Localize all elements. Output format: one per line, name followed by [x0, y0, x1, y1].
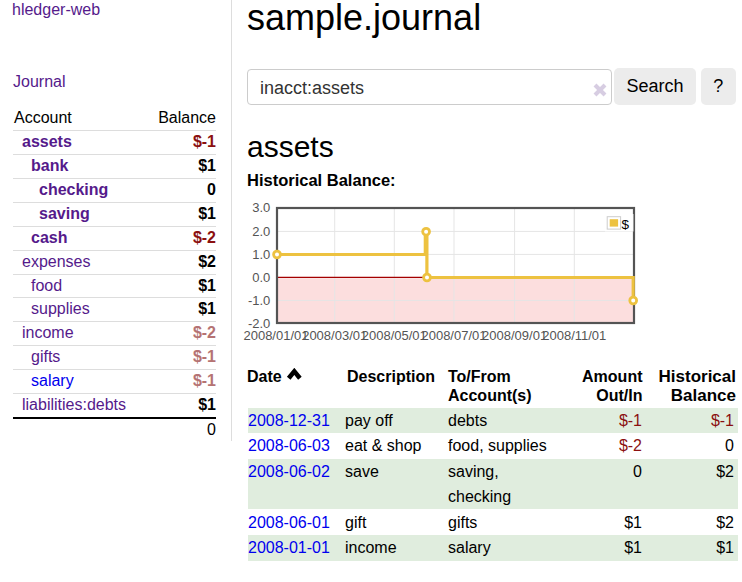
svg-text:2008/03/01: 2008/03/01 — [302, 328, 367, 343]
svg-text:2.0: 2.0 — [252, 224, 270, 239]
svg-text:3.0: 3.0 — [252, 200, 270, 215]
svg-text:-1.0: -1.0 — [248, 293, 270, 308]
svg-text:0.0: 0.0 — [252, 270, 270, 285]
svg-text:2008/11/01: 2008/11/01 — [542, 328, 606, 343]
svg-text:2008/09/01: 2008/09/01 — [482, 328, 547, 343]
svg-text:2008/01/01: 2008/01/01 — [243, 328, 308, 343]
svg-text:$: $ — [622, 217, 630, 232]
svg-text:1.0: 1.0 — [252, 247, 270, 262]
svg-text:2008/05/01: 2008/05/01 — [362, 328, 427, 343]
svg-text:2008/07/01: 2008/07/01 — [421, 328, 486, 343]
